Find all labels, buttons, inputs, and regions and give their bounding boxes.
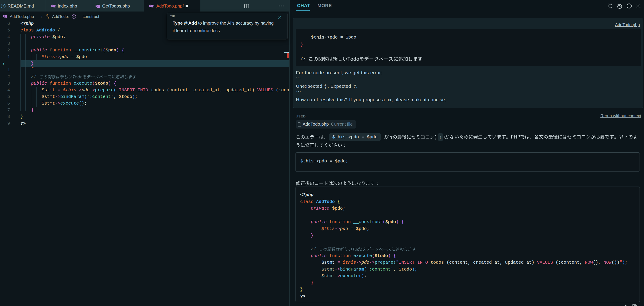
svg-text:i: i [3, 4, 4, 8]
